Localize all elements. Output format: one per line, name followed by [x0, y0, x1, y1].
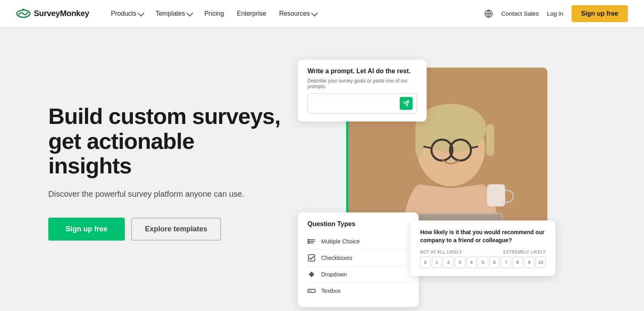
nps-labels: NOT AT ALL LIKELY EXTREMELY LIKELY — [420, 250, 546, 254]
nps-cell-8[interactable]: 8 — [512, 257, 523, 268]
nav-templates[interactable]: Templates — [150, 7, 197, 21]
qt-textbox[interactable]: Textbox — [308, 283, 409, 299]
nps-scale: 012345678910 — [420, 257, 546, 268]
nav-links: Products Templates Pricing Enterprise Re… — [105, 7, 485, 21]
nps-card: How likely is it that you would recommen… — [411, 220, 555, 276]
nps-label-left: NOT AT ALL LIKELY — [420, 250, 462, 254]
nps-cell-7[interactable]: 7 — [501, 257, 511, 268]
logo[interactable]: SurveyMonkey — [16, 8, 89, 19]
question-types-card: Question Types Multiple Choice — [298, 212, 419, 307]
hero-title: Build custom surveys, get actionable ins… — [48, 104, 282, 178]
login-link[interactable]: Log in — [547, 10, 564, 17]
nps-question: How likely is it that you would recommen… — [420, 229, 546, 244]
nps-cell-6[interactable]: 6 — [489, 257, 500, 268]
svg-point-24 — [308, 239, 309, 241]
nav-pricing[interactable]: Pricing — [199, 7, 230, 21]
qt-dropdown[interactable]: Dropdown — [308, 266, 409, 283]
nav-signup-button[interactable]: Sign up free — [572, 5, 628, 22]
hero-visuals: Write a prompt. Let AI do the rest. Desc… — [298, 51, 612, 293]
nps-cell-4[interactable]: 4 — [466, 257, 477, 268]
hero-content: Build custom surveys, get actionable ins… — [48, 104, 282, 241]
ai-input-container — [308, 93, 417, 113]
hero-explore-button[interactable]: Explore templates — [131, 218, 221, 241]
globe-icon[interactable] — [484, 9, 493, 18]
nps-cell-5[interactable]: 5 — [478, 257, 488, 268]
nps-cell-10[interactable]: 10 — [535, 257, 546, 268]
ai-send-button[interactable] — [400, 97, 413, 110]
send-icon — [403, 100, 409, 107]
ai-prompt-input[interactable] — [312, 98, 396, 109]
nav-resources[interactable]: Resources — [273, 7, 322, 21]
dropdown-icon — [308, 270, 316, 278]
nav-right: Contact Sales Log in Sign up free — [484, 5, 628, 22]
svg-point-25 — [308, 241, 309, 242]
logo-text: SurveyMonkey — [34, 9, 89, 18]
hero-subtitle: Discover the powerful survey platform an… — [48, 188, 282, 200]
chevron-down-icon — [138, 10, 144, 16]
chevron-down-icon — [186, 10, 193, 16]
ai-prompt-card: Write a prompt. Let AI do the rest. Desc… — [298, 60, 427, 122]
multiple-choice-icon — [308, 237, 316, 245]
qt-multiple-choice[interactable]: Multiple Choice — [308, 233, 409, 250]
nps-label-right: EXTREMELY LIKELY — [504, 250, 546, 254]
chevron-down-icon — [311, 10, 318, 16]
nav-products[interactable]: Products — [105, 7, 149, 21]
svg-marker-28 — [309, 272, 314, 274]
nps-cell-1[interactable]: 1 — [432, 257, 442, 268]
ai-card-title: Write a prompt. Let AI do the rest. — [308, 68, 417, 75]
nps-cell-0[interactable]: 0 — [420, 257, 431, 268]
qt-card-title: Question Types — [308, 220, 409, 228]
checkboxes-icon — [308, 254, 316, 262]
hero-section: Build custom surveys, get actionable ins… — [0, 27, 644, 311]
contact-sales-link[interactable]: Contact Sales — [501, 10, 539, 17]
qt-checkboxes[interactable]: Checkboxes — [308, 250, 409, 266]
nps-cell-9[interactable]: 9 — [524, 257, 535, 268]
hero-buttons: Sign up free Explore templates — [48, 218, 282, 241]
textbox-icon — [308, 287, 316, 295]
svg-marker-29 — [309, 274, 314, 277]
logo-icon — [16, 8, 31, 19]
nps-cell-3[interactable]: 3 — [455, 257, 465, 268]
nps-cell-2[interactable]: 2 — [443, 257, 454, 268]
ai-card-label: Describe your survey goals or paste one … — [308, 78, 417, 89]
nav-enterprise[interactable]: Enterprise — [231, 7, 272, 21]
navbar: SurveyMonkey Products Templates Pricing … — [0, 0, 644, 27]
hero-signup-button[interactable]: Sign up free — [48, 218, 125, 241]
svg-point-26 — [308, 242, 309, 244]
